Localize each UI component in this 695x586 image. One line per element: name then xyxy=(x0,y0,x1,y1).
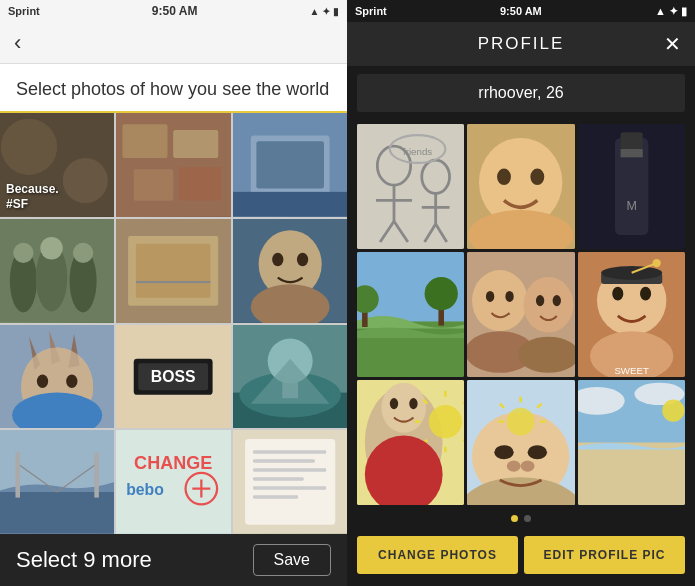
svg-text:BOSS: BOSS xyxy=(151,368,196,385)
svg-point-96 xyxy=(524,277,574,333)
svg-point-133 xyxy=(507,461,521,472)
left-panel: Sprint 9:50 AM ▲ ✦ ▮ ‹ Select photos of … xyxy=(0,0,347,586)
svg-rect-85 xyxy=(620,132,642,149)
header-title: Select photos of how you see the world xyxy=(16,78,331,101)
back-arrow-icon[interactable]: ‹ xyxy=(14,30,21,56)
photo-cell[interactable] xyxy=(233,113,347,217)
profile-photo-cell[interactable] xyxy=(467,124,574,249)
profile-actions: CHANGE PHOTOS EDIT PROFILE PIC xyxy=(347,528,695,586)
profile-grid: friends M xyxy=(347,120,695,509)
svg-rect-24 xyxy=(136,281,210,283)
profile-photo-cell[interactable]: SWEET xyxy=(578,252,685,377)
carrier-right: Sprint xyxy=(355,5,387,17)
svg-rect-13 xyxy=(233,192,347,217)
time-right: 9:50 AM xyxy=(500,5,542,17)
svg-text:CHANGE: CHANGE xyxy=(134,454,212,474)
svg-point-29 xyxy=(297,253,308,267)
profile-photo-cell[interactable] xyxy=(467,380,574,505)
svg-text:bebo: bebo xyxy=(126,482,164,499)
svg-point-100 xyxy=(506,291,514,302)
svg-rect-62 xyxy=(253,487,326,490)
svg-rect-63 xyxy=(253,496,298,499)
photo-grid: Because.#SF xyxy=(0,113,347,534)
photo-cell[interactable] xyxy=(233,219,347,323)
svg-rect-46 xyxy=(0,492,114,534)
photo-cell[interactable] xyxy=(0,219,114,323)
photo-cell[interactable] xyxy=(233,430,347,534)
svg-point-19 xyxy=(40,237,63,260)
svg-rect-61 xyxy=(253,478,304,481)
profile-photo-cell[interactable] xyxy=(578,380,685,505)
svg-rect-9 xyxy=(116,113,230,217)
profile-photo-cell[interactable]: M xyxy=(578,124,685,249)
dot-2[interactable] xyxy=(524,515,531,522)
photo-cell[interactable] xyxy=(0,325,114,429)
nav-bar-right: PROFILE ✕ xyxy=(347,22,695,66)
svg-rect-143 xyxy=(578,443,685,506)
profile-name-bar: rrhoover, 26 xyxy=(357,74,685,112)
bottom-bar-left: Select 9 more Save xyxy=(0,534,347,586)
profile-nav-title: PROFILE xyxy=(478,34,565,54)
close-button[interactable]: ✕ xyxy=(664,32,681,56)
profile-photo-cell[interactable] xyxy=(357,380,464,505)
svg-text:SWEET: SWEET xyxy=(614,365,649,376)
left-header: Select photos of how you see the world xyxy=(0,64,347,113)
svg-point-134 xyxy=(521,461,535,472)
photo-cell[interactable]: CHANGE bebo xyxy=(116,430,230,534)
photo-cell[interactable]: Because.#SF xyxy=(0,113,114,217)
svg-rect-23 xyxy=(136,244,210,298)
photo-overlay-text: Because.#SF xyxy=(6,182,59,211)
edit-profile-pic-button[interactable]: EDIT PROFILE PIC xyxy=(524,536,685,574)
photo-cell[interactable] xyxy=(0,430,114,534)
select-more-text: Select 9 more xyxy=(16,547,152,573)
svg-rect-59 xyxy=(253,460,315,463)
svg-point-95 xyxy=(472,270,528,331)
svg-rect-58 xyxy=(253,451,326,454)
svg-point-131 xyxy=(495,445,514,459)
svg-rect-12 xyxy=(256,142,324,189)
svg-point-146 xyxy=(662,399,684,421)
svg-point-101 xyxy=(536,295,544,306)
profile-photo-cell[interactable] xyxy=(467,252,574,377)
time-left: 9:50 AM xyxy=(152,4,198,18)
photo-cell[interactable] xyxy=(116,219,230,323)
status-icons-left: ▲ ✦ ▮ xyxy=(310,6,339,17)
status-bar-left: Sprint 9:50 AM ▲ ✦ ▮ xyxy=(0,0,347,22)
profile-photo-cell[interactable]: friends xyxy=(357,124,464,249)
svg-point-106 xyxy=(612,287,623,301)
status-icons-right: ▲ ✦ ▮ xyxy=(655,5,687,18)
svg-point-132 xyxy=(528,445,547,459)
save-button[interactable]: Save xyxy=(253,544,331,576)
svg-point-93 xyxy=(425,277,458,310)
status-bar-right: Sprint 9:50 AM ▲ ✦ ▮ xyxy=(347,0,695,22)
svg-rect-50 xyxy=(94,453,99,498)
svg-rect-60 xyxy=(253,469,326,472)
photo-cell[interactable] xyxy=(233,325,347,429)
svg-rect-49 xyxy=(15,453,20,498)
photo-cell[interactable] xyxy=(116,113,230,217)
svg-point-18 xyxy=(13,243,33,263)
right-panel: Sprint 9:50 AM ▲ ✦ ▮ PROFILE ✕ rrhoover,… xyxy=(347,0,695,586)
profile-photo-cell[interactable] xyxy=(357,252,464,377)
dot-1[interactable] xyxy=(511,515,518,522)
svg-point-20 xyxy=(73,243,93,263)
svg-point-99 xyxy=(486,291,494,302)
svg-rect-82 xyxy=(467,124,574,249)
profile-name: rrhoover, 26 xyxy=(373,84,669,102)
svg-point-125 xyxy=(390,398,398,409)
svg-point-107 xyxy=(640,287,651,301)
svg-point-111 xyxy=(652,259,660,267)
svg-rect-86 xyxy=(620,149,642,157)
nav-bar-left: ‹ xyxy=(0,22,347,64)
carrier-left: Sprint xyxy=(8,5,40,17)
svg-point-35 xyxy=(66,374,77,388)
svg-text:M: M xyxy=(626,199,636,213)
photo-cell[interactable]: BOSS xyxy=(116,325,230,429)
dots-indicator xyxy=(347,509,695,528)
svg-point-28 xyxy=(272,253,283,267)
svg-point-34 xyxy=(37,374,48,388)
svg-point-116 xyxy=(429,405,462,438)
svg-point-126 xyxy=(409,398,417,409)
change-photos-button[interactable]: CHANGE PHOTOS xyxy=(357,536,518,574)
svg-point-135 xyxy=(507,408,535,436)
